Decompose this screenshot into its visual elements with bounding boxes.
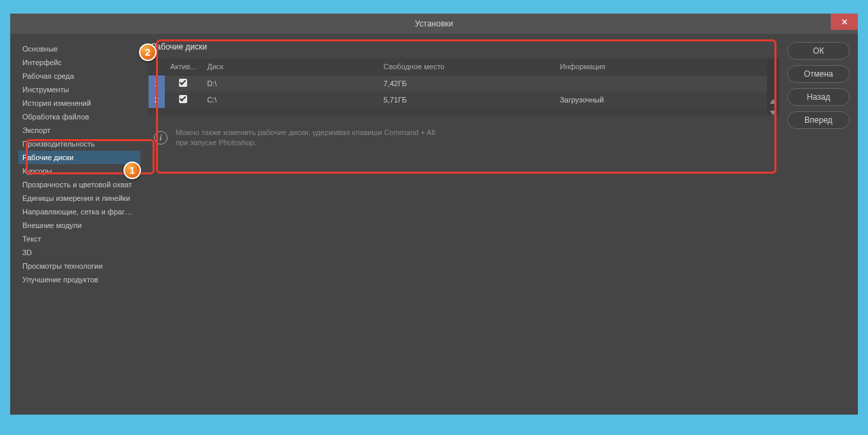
titlebar: Установки ✕ [10,14,858,34]
sidebar-item-workspace[interactable]: Рабочая среда [18,69,140,83]
sidebar-item-plugins[interactable]: Внешние модули [18,219,140,232]
window-title: Установки [415,19,453,29]
cell-info [554,75,767,92]
sidebar-item-label: Улучшение продуктов [22,276,98,284]
scratch-disk-table-wrap: Актив... Диск Свободное место Информация… [149,58,767,115]
preferences-window: Установки ✕ Основные Интерфейс Рабочая с… [10,14,858,415]
sidebar-item-guides[interactable]: Направляющие, сетка и фрагменты [18,205,140,219]
sidebar-item-label: Внешние модули [22,221,81,229]
cell-free: 7,42ГБ [378,75,554,92]
move-up-button[interactable] [770,99,776,104]
sidebar-item-transparency[interactable]: Прозрачность и цветовой охват [18,178,140,191]
button-label: Вперед [804,115,832,125]
col-info: Информация [554,58,767,75]
sidebar-item-label: Производительность [22,140,95,148]
sidebar: Основные Интерфейс Рабочая среда Инструм… [18,42,140,406]
sidebar-item-label: 3D [22,248,32,257]
row-number: 1 [149,75,165,92]
sidebar-item-scratch-disks[interactable]: Рабочие диски [18,151,140,164]
cell-disk: D:\ [201,75,378,92]
checkbox-icon[interactable] [179,79,187,87]
sidebar-item-interface[interactable]: Интерфейс [18,56,140,69]
close-icon: ✕ [841,17,848,27]
col-free: Свободное место [378,58,554,75]
table-row[interactable]: 2 C:\ 5,71ГБ Загрузочный [149,92,767,108]
cell-info: Загрузочный [554,92,767,108]
reorder-arrows [767,58,779,115]
scratch-disk-panel: Актив... Диск Свободное место Информация… [149,58,779,115]
sidebar-item-filehandling[interactable]: Обработка файлов [18,110,140,124]
sidebar-item-label: Направляющие, сетка и фрагменты [22,208,140,216]
dialog-body: Основные Интерфейс Рабочая среда Инструм… [10,34,858,415]
sidebar-item-label: Рабочая среда [22,72,74,80]
main-panel: Рабочие диски Актив... Диск Свободное ме… [149,42,779,406]
close-button[interactable]: ✕ [831,14,858,30]
info-line2: при запуске Photoshop. [176,138,256,147]
move-down-button[interactable] [770,111,776,115]
button-label: Отмена [804,69,833,79]
cell-free: 5,71ГБ [378,92,554,108]
sidebar-item-label: Инструменты [22,86,69,94]
button-label: ОК [813,46,824,56]
sidebar-item-label: Единицы измерения и линейки [22,194,130,202]
info-row: i Можно также изменить рабочие диски, уд… [149,128,779,149]
panel-title: Рабочие диски [151,42,779,52]
table-row[interactable]: 1 D:\ 7,42ГБ [149,75,767,92]
ok-button[interactable]: ОК [787,42,850,60]
sidebar-item-tech-previews[interactable]: Просмотры технологии [18,259,140,273]
prev-button[interactable]: Назад [787,88,850,106]
sidebar-item-units[interactable]: Единицы измерения и линейки [18,191,140,205]
info-line1: Можно также изменить рабочие диски, удер… [176,128,435,136]
sidebar-item-export[interactable]: Экспорт [18,124,140,137]
col-disk: Диск [201,58,378,75]
sidebar-item-label: Экспорт [22,126,50,134]
sidebar-item-general[interactable]: Основные [18,42,140,56]
cancel-button[interactable]: Отмена [787,65,850,83]
sidebar-item-label: История изменений [22,99,91,107]
col-active: Актив... [165,58,201,75]
sidebar-item-label: Текст [22,235,41,243]
sidebar-item-label: Основные [22,45,58,53]
sidebar-item-product-improvement[interactable]: Улучшение продуктов [18,273,140,286]
sidebar-item-label: Прозрачность и цветовой охват [22,181,132,189]
sidebar-item-performance[interactable]: Производительность [18,137,140,151]
sidebar-item-label: Интерфейс [22,58,62,67]
sidebar-item-history[interactable]: История изменений [18,96,140,110]
button-label: Назад [807,92,830,102]
sidebar-item-3d[interactable]: 3D [18,246,140,259]
col-num [149,58,165,75]
sidebar-item-cursors[interactable]: Курсоры [18,164,140,178]
row-number: 2 [149,92,165,108]
sidebar-item-label: Обработка файлов [22,113,89,121]
sidebar-item-label: Курсоры [22,167,52,175]
dialog-buttons: ОК Отмена Назад Вперед [787,42,850,406]
scratch-disk-table: Актив... Диск Свободное место Информация… [149,58,767,108]
info-text: Можно также изменить рабочие диски, удер… [176,128,435,149]
next-button[interactable]: Вперед [787,111,850,129]
sidebar-item-label: Рабочие диски [22,153,73,162]
sidebar-item-tools[interactable]: Инструменты [18,83,140,96]
cell-disk: C:\ [201,92,378,108]
info-icon: i [154,131,167,145]
sidebar-item-type[interactable]: Текст [18,232,140,246]
checkbox-icon[interactable] [179,95,187,103]
sidebar-item-label: Просмотры технологии [22,262,102,270]
